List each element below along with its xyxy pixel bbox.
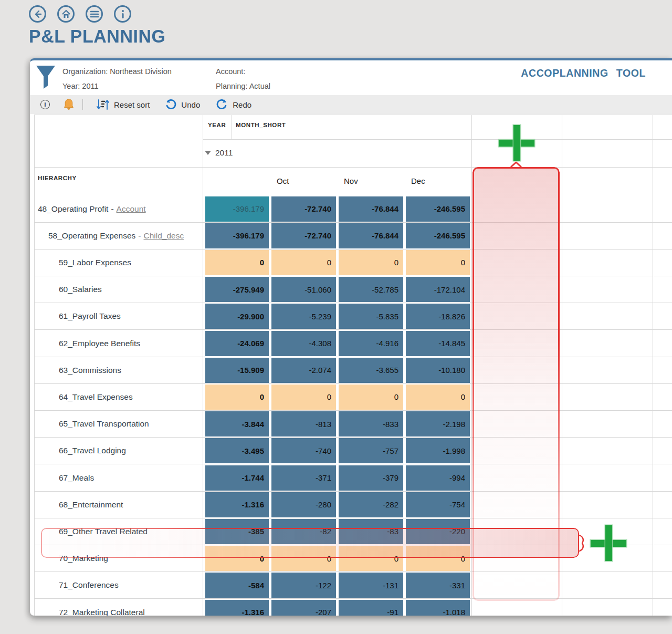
- month-header-oct[interactable]: Oct: [277, 176, 289, 185]
- add-column-plus-button[interactable]: [499, 125, 534, 161]
- value-cell[interactable]: -131: [339, 573, 403, 598]
- value-cell[interactable]: -280: [271, 492, 336, 517]
- redo-button[interactable]: Redo: [216, 98, 251, 111]
- year-group-2011[interactable]: 2011: [205, 148, 233, 158]
- value-cell[interactable]: -740: [271, 438, 336, 463]
- month-header-nov[interactable]: Nov: [344, 176, 358, 185]
- value-cell[interactable]: -396.179: [205, 196, 269, 222]
- value-cell[interactable]: -833: [339, 411, 403, 436]
- home-icon[interactable]: [57, 5, 75, 23]
- value-cell[interactable]: -5.835: [339, 304, 403, 329]
- value-cell[interactable]: -1.018: [406, 600, 470, 616]
- row-label[interactable]: 65_Travel Transportation: [59, 411, 149, 438]
- value-cell[interactable]: 0: [406, 250, 470, 275]
- hierarchy-link[interactable]: Account: [117, 204, 146, 214]
- filter-planning[interactable]: Planning: Actual: [216, 82, 270, 90]
- value-cell[interactable]: -4.308: [271, 331, 336, 356]
- drop-target-row-brace: [578, 534, 587, 552]
- reset-sort-button[interactable]: Reset sort: [96, 98, 150, 111]
- row-label[interactable]: 67_Meals: [59, 464, 94, 491]
- filter-year[interactable]: Year: 2011: [62, 82, 99, 90]
- value-cell[interactable]: 0: [406, 384, 470, 410]
- value-cell[interactable]: -813: [271, 411, 336, 436]
- value-cell[interactable]: -5.239: [271, 304, 336, 329]
- value-cell[interactable]: -2.074: [271, 358, 336, 383]
- sort-icon: [96, 98, 110, 111]
- value-cell[interactable]: -91: [339, 600, 403, 616]
- value-cell[interactable]: -29.900: [205, 304, 269, 329]
- value-cell[interactable]: -72.740: [271, 223, 336, 248]
- value-cell[interactable]: -24.069: [205, 331, 269, 356]
- value-cell[interactable]: -275.949: [205, 277, 269, 302]
- value-cell[interactable]: -76.844: [339, 196, 403, 222]
- value-cell[interactable]: -3.844: [205, 411, 269, 436]
- filter-icon[interactable]: [35, 65, 56, 90]
- gridline: [34, 464, 672, 464]
- value-cell[interactable]: -379: [339, 465, 403, 491]
- value-cell[interactable]: -18.826: [406, 304, 470, 329]
- value-cell[interactable]: -371: [271, 465, 336, 491]
- undo-button[interactable]: Undo: [164, 98, 200, 111]
- value-cell[interactable]: 0: [205, 384, 269, 410]
- row-label[interactable]: 63_Commissions: [59, 357, 121, 383]
- value-cell[interactable]: -14.845: [406, 331, 470, 356]
- row-label[interactable]: 61_Payroll Taxes: [59, 303, 121, 330]
- menu-icon[interactable]: [86, 5, 103, 23]
- value-cell[interactable]: -15.909: [205, 358, 269, 383]
- value-cell[interactable]: -2.198: [406, 411, 470, 436]
- row-label[interactable]: 71_Conferences: [59, 572, 119, 599]
- value-cell[interactable]: -10.180: [406, 358, 470, 383]
- row-label[interactable]: 48_Operating Profit-Account: [38, 195, 146, 222]
- value-cell[interactable]: -246.595: [406, 196, 470, 222]
- value-cell[interactable]: 0: [271, 250, 336, 275]
- value-cell[interactable]: -1.998: [406, 438, 470, 463]
- value-cell[interactable]: -72.740: [271, 196, 336, 222]
- filter-account[interactable]: Account:: [216, 67, 245, 76]
- value-cell[interactable]: 0: [339, 384, 403, 410]
- value-cell[interactable]: -1.316: [205, 492, 269, 517]
- month-header-dec[interactable]: Dec: [411, 176, 425, 185]
- value-cell[interactable]: -207: [271, 600, 336, 616]
- value-cell[interactable]: 0: [271, 384, 336, 410]
- row-label[interactable]: 62_Employee Benefits: [59, 330, 140, 357]
- add-row-plus-button[interactable]: [591, 525, 626, 561]
- row-header-hierarchy[interactable]: HIERARCHY: [38, 175, 77, 181]
- back-icon[interactable]: [29, 5, 46, 23]
- value-cell[interactable]: 0: [205, 250, 269, 275]
- value-cell[interactable]: -52.785: [339, 277, 403, 302]
- value-cell[interactable]: -76.844: [339, 223, 403, 248]
- notifications-bell-icon[interactable]: [64, 99, 74, 110]
- value-cell[interactable]: -754: [406, 492, 470, 517]
- value-cell[interactable]: -3.655: [339, 358, 403, 383]
- row-label[interactable]: 64_Travel Expenses: [59, 383, 133, 410]
- hierarchy-link[interactable]: Child_desc: [143, 231, 184, 241]
- row-label[interactable]: 72_Marketing Collateral: [59, 599, 145, 616]
- value-cell[interactable]: -1.744: [205, 465, 269, 491]
- collapse-triangle-icon[interactable]: [205, 151, 211, 155]
- row-label[interactable]: 60_Salaries: [59, 276, 102, 303]
- value-cell[interactable]: -757: [339, 438, 403, 463]
- row-label[interactable]: 58_Operating Expenses-Child_desc: [48, 222, 184, 249]
- filter-organization[interactable]: Organization: Northeast Division: [62, 67, 172, 76]
- value-cell[interactable]: -51.060: [271, 277, 336, 302]
- grid-info-icon[interactable]: i: [40, 100, 50, 109]
- value-cell[interactable]: -1.316: [205, 600, 269, 616]
- value-cell[interactable]: -331: [406, 573, 470, 598]
- value-cell[interactable]: -994: [406, 465, 470, 491]
- row-label[interactable]: 68_Entertainment: [59, 491, 123, 518]
- value-cell[interactable]: -282: [339, 492, 403, 517]
- value-cell[interactable]: -246.595: [406, 223, 470, 248]
- value-cell[interactable]: -584: [205, 573, 269, 598]
- value-cell[interactable]: -396.179: [205, 223, 269, 248]
- row-label-text: 71_Conferences: [59, 580, 119, 590]
- value-cell[interactable]: 0: [339, 250, 403, 275]
- row-label[interactable]: 66_Travel Lodging: [59, 438, 126, 464]
- value-cell[interactable]: -172.104: [406, 277, 470, 302]
- column-header-month-short[interactable]: MONTH_SHORT: [236, 122, 286, 128]
- value-cell[interactable]: -4.916: [339, 331, 403, 356]
- value-cell[interactable]: -3.495: [205, 438, 269, 463]
- info-icon[interactable]: [114, 5, 131, 23]
- column-header-year[interactable]: YEAR: [208, 122, 226, 128]
- value-cell[interactable]: -122: [271, 573, 336, 598]
- row-label[interactable]: 59_Labor Expenses: [59, 249, 131, 276]
